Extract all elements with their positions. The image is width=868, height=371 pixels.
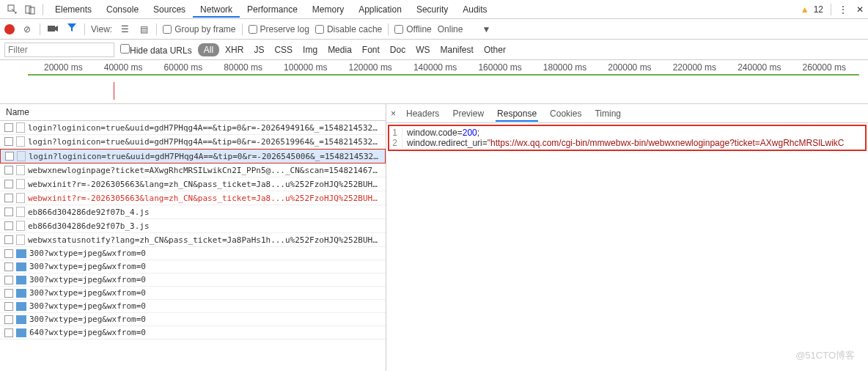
document-icon	[16, 207, 25, 217]
request-name: webwxinit?r=-2026305663&lang=zh_CN&pass_…	[28, 180, 381, 189]
request-name: 300?wxtype=jpeg&wxfrom=0	[29, 275, 381, 284]
tab-audits[interactable]: Audits	[455, 1, 494, 18]
request-row[interactable]: eb866d304286de92f07b_3.js	[0, 219, 386, 233]
filter-cat-manifest[interactable]: Manifest	[436, 43, 478, 56]
filter-cat-other[interactable]: Other	[479, 43, 510, 56]
filter-cat-js[interactable]: JS	[249, 43, 268, 56]
resp-tab-preview[interactable]: Preview	[451, 106, 485, 122]
request-row[interactable]: login?loginicon=true&uuid=gdH7PHqg4A==&t…	[0, 121, 386, 135]
filter-bar: Hide data URLs AllXHRJSCSSImgMediaFontDo…	[0, 40, 868, 60]
resp-tab-cookies[interactable]: Cookies	[548, 106, 583, 122]
request-name: webwxstatusnotify?lang=zh_CN&pass_ticket…	[28, 235, 381, 245]
tab-sources[interactable]: Sources	[146, 1, 193, 18]
timeline-tick: 20000 ms	[44, 62, 83, 73]
request-row[interactable]: 300?wxtype=jpeg&wxfrom=0	[0, 313, 386, 326]
request-row[interactable]: webwxinit?r=-2026305663&lang=zh_CN&pass_…	[0, 177, 386, 191]
image-icon	[16, 289, 26, 298]
record-button[interactable]	[4, 24, 15, 34]
request-row[interactable]: 300?wxtype=jpeg&wxfrom=0	[0, 273, 386, 287]
tab-security[interactable]: Security	[409, 1, 455, 18]
hide-data-urls-checkbox[interactable]: Hide data URLs	[120, 44, 192, 56]
timeline-tick: 160000 ms	[478, 62, 521, 73]
resp-tab-response[interactable]: Response	[496, 106, 538, 122]
tab-memory[interactable]: Memory	[305, 1, 351, 18]
filter-input[interactable]	[4, 43, 114, 57]
timeline-overview[interactable]: 20000 ms40000 ms60000 ms80000 ms100000 m…	[0, 60, 868, 104]
image-icon	[16, 249, 26, 258]
warnings-icon[interactable]: ▲	[801, 4, 809, 15]
filter-cat-xhr[interactable]: XHR	[221, 43, 248, 56]
filter-cat-css[interactable]: CSS	[270, 43, 297, 56]
document-icon	[16, 179, 25, 189]
filter-cat-all[interactable]: All	[198, 43, 219, 56]
document-icon	[16, 136, 25, 147]
request-row[interactable]: webwxnewloginpage?ticket=AXwgRhcMRSILwik…	[0, 164, 386, 177]
image-icon	[16, 315, 26, 324]
resp-tab-headers[interactable]: Headers	[405, 106, 441, 122]
request-row[interactable]: 300?wxtype=jpeg&wxfrom=0	[0, 300, 386, 313]
tab-performance[interactable]: Performance	[240, 1, 305, 18]
tab-console[interactable]: Console	[99, 1, 146, 18]
document-icon	[16, 193, 25, 203]
disable-cache-checkbox[interactable]: Disable cache	[315, 24, 382, 34]
document-icon	[16, 122, 25, 133]
timeline-tick: 220000 ms	[673, 62, 716, 73]
list-view-icon[interactable]: ☰	[118, 24, 131, 34]
timeline-tick: 200000 ms	[608, 62, 651, 73]
tab-elements[interactable]: Elements	[48, 1, 99, 18]
request-name: webwxinit?r=-2026305663&lang=zh_CN&pass_…	[28, 194, 381, 203]
request-name: eb866d304286de92f07b_3.js	[28, 221, 381, 231]
preserve-log-checkbox[interactable]: Preserve log	[249, 24, 309, 34]
watermark: @51CTO博客	[795, 349, 855, 362]
request-row[interactable]: webwxstatusnotify?lang=zh_CN&pass_ticket…	[0, 233, 386, 247]
request-row[interactable]: login?loginicon=true&uuid=gdH7PHqg4A==&t…	[0, 149, 386, 164]
close-detail-icon[interactable]: ×	[391, 109, 396, 119]
request-row[interactable]: eb866d304286de92f07b_4.js	[0, 205, 386, 219]
large-view-icon[interactable]: ▤	[137, 24, 150, 34]
camera-icon[interactable]	[46, 24, 59, 34]
request-name: 300?wxtype=jpeg&wxfrom=0	[29, 288, 381, 298]
document-icon	[16, 165, 25, 175]
online-label: Online	[438, 24, 463, 34]
request-name: eb866d304286de92f07b_4.js	[28, 207, 381, 217]
request-row[interactable]: 300?wxtype=jpeg&wxfrom=0	[0, 260, 386, 273]
request-row[interactable]: 300?wxtype=jpeg&wxfrom=0	[0, 287, 386, 300]
tab-application[interactable]: Application	[351, 1, 409, 18]
timeline-tick: 100000 ms	[284, 62, 327, 73]
timeline-tick: 60000 ms	[164, 62, 203, 73]
inspect-icon[interactable]	[4, 1, 21, 18]
kebab-icon[interactable]: ⋮	[839, 4, 847, 15]
request-name: 300?wxtype=jpeg&wxfrom=0	[29, 301, 381, 311]
filter-icon[interactable]	[65, 23, 78, 34]
request-name: 300?wxtype=jpeg&wxfrom=0	[29, 262, 381, 271]
request-list: Name login?loginicon=true&uuid=gdH7PHqg4…	[0, 104, 386, 371]
filter-cat-font[interactable]: Font	[358, 43, 384, 56]
request-row[interactable]: webwxinit?r=-2026305663&lang=zh_CN&pass_…	[0, 191, 386, 205]
svg-rect-3	[48, 26, 55, 32]
request-row[interactable]: login?loginicon=true&uuid=gdH7PHqg4A==&t…	[0, 135, 386, 149]
request-name: webwxnewloginpage?ticket=AXwgRhcMRSILwik…	[28, 166, 381, 175]
group-by-frame-checkbox[interactable]: Group by frame	[163, 24, 235, 34]
request-name: login?loginicon=true&uuid=gdH7PHqg4A==&t…	[28, 137, 381, 147]
device-icon[interactable]	[22, 1, 38, 18]
offline-checkbox[interactable]: Offline	[394, 24, 431, 34]
timeline-tick: 120000 ms	[349, 62, 392, 73]
resp-tab-timing[interactable]: Timing	[593, 106, 622, 122]
request-row[interactable]: 640?wxtype=jpeg&wxfrom=0	[0, 326, 386, 339]
filter-cat-media[interactable]: Media	[323, 43, 356, 56]
filter-cat-doc[interactable]: Doc	[386, 43, 410, 56]
throttling-dropdown-icon[interactable]: ▼	[482, 24, 490, 34]
request-name: login?loginicon=true&uuid=gdH7PHqg4A==&t…	[29, 152, 380, 161]
request-row[interactable]: 300?wxtype=jpeg&wxfrom=0	[0, 247, 386, 260]
tab-network[interactable]: Network	[193, 1, 240, 18]
timeline-tick: 80000 ms	[224, 62, 262, 73]
clear-icon[interactable]: ⊘	[21, 24, 34, 34]
column-header-name[interactable]: Name	[0, 104, 386, 121]
filter-cat-ws[interactable]: WS	[411, 43, 434, 56]
timeline-tick: 260000 ms	[803, 62, 846, 73]
document-icon	[16, 235, 25, 245]
request-name: 300?wxtype=jpeg&wxfrom=0	[29, 249, 381, 258]
filter-cat-img[interactable]: Img	[298, 43, 322, 56]
response-body[interactable]: 1window.code=200; 2window.redirect_uri="…	[388, 125, 867, 151]
close-icon[interactable]: ✕	[856, 4, 864, 15]
